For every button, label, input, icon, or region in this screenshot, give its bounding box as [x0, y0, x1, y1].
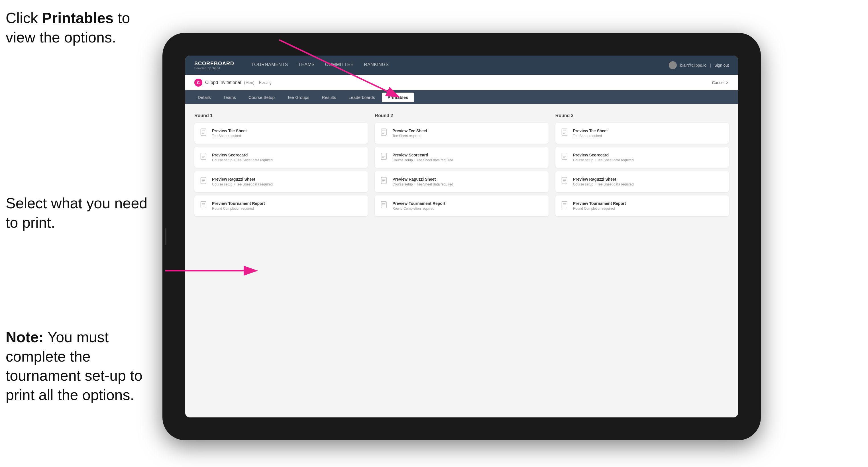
- round-1-title: Round 1: [194, 113, 368, 118]
- tee-sheet-icon-r1: [200, 128, 208, 137]
- nav-rankings[interactable]: RANKINGS: [364, 62, 389, 68]
- nav-links: TOURNAMENTS TEAMS COMMITTEE RANKINGS: [251, 62, 657, 68]
- tournament-title: Clippd Invitational: [205, 80, 241, 85]
- round-1-tee-sheet-title: Preview Tee Sheet: [212, 128, 247, 133]
- round-2-raguzzi-title: Preview Raguzzi Sheet: [393, 177, 453, 182]
- report-icon-r3: [561, 201, 569, 210]
- top-nav: SCOREBOARD Powered by clippd TOURNAMENTS…: [185, 56, 738, 75]
- report-icon-r1: [200, 201, 208, 210]
- main-content: Round 1 Preview Tee Sheet Tee Sheet requ…: [185, 104, 738, 229]
- round-2-report-content: Preview Tournament Report Round Completi…: [393, 201, 445, 211]
- round-2-tee-sheet-content: Preview Tee Sheet Tee Sheet required: [393, 128, 427, 138]
- round-1-section: Round 1 Preview Tee Sheet Tee Sheet requ…: [194, 113, 368, 220]
- round-3-tournament-report[interactable]: Preview Tournament Report Round Completi…: [555, 195, 729, 216]
- tab-course-setup[interactable]: Course Setup: [243, 93, 280, 102]
- tournament-name: C Clippd Invitational (Men) Hosting: [194, 79, 712, 87]
- round-2-report-title: Preview Tournament Report: [393, 201, 445, 206]
- round-2-scorecard[interactable]: Preview Scorecard Course setup + Tee She…: [375, 147, 548, 168]
- round-1-tee-sheet-content: Preview Tee Sheet Tee Sheet required: [212, 128, 247, 138]
- round-3-report-sub: Round Completion required: [573, 207, 626, 211]
- instruction-top: Click Printables to view the options.: [6, 8, 154, 47]
- round-1-report-title: Preview Tournament Report: [212, 201, 265, 206]
- nav-tournaments[interactable]: TOURNAMENTS: [251, 62, 288, 68]
- round-3-scorecard[interactable]: Preview Scorecard Course setup + Tee She…: [555, 147, 729, 168]
- round-3-scorecard-sub: Course setup + Tee Sheet data required: [573, 158, 634, 162]
- round-1-scorecard[interactable]: Preview Scorecard Course setup + Tee She…: [194, 147, 368, 168]
- round-1-tee-sheet-sub: Tee Sheet required: [212, 134, 247, 138]
- tablet-screen: SCOREBOARD Powered by clippd TOURNAMENTS…: [185, 56, 738, 417]
- round-3-report-content: Preview Tournament Report Round Completi…: [573, 201, 626, 211]
- round-2-raguzzi-content: Preview Raguzzi Sheet Course setup + Tee…: [393, 177, 453, 186]
- round-3-scorecard-content: Preview Scorecard Course setup + Tee She…: [573, 153, 634, 162]
- tab-printables[interactable]: Printables: [382, 93, 414, 102]
- round-1-tee-sheet[interactable]: Preview Tee Sheet Tee Sheet required: [194, 123, 368, 144]
- raguzzi-icon-r1: [200, 177, 208, 186]
- tab-results[interactable]: Results: [316, 93, 342, 102]
- scoreboard-title: SCOREBOARD: [194, 61, 234, 67]
- round-3-title: Round 3: [555, 113, 729, 118]
- round-2-section: Round 2 Preview Tee Sheet Tee Sheet requ…: [375, 113, 548, 220]
- hosting-badge: Hosting: [259, 80, 272, 85]
- report-icon-r2: [380, 201, 389, 210]
- sign-out[interactable]: Sign out: [714, 63, 729, 67]
- tablet: SCOREBOARD Powered by clippd TOURNAMENTS…: [162, 33, 761, 440]
- raguzzi-icon-r2: [380, 177, 389, 186]
- printables-bold: Printables: [42, 10, 114, 26]
- tee-sheet-icon-r2: [380, 128, 389, 137]
- tablet-side-button: [165, 228, 166, 245]
- user-email: blair@clippd.io: [680, 63, 706, 67]
- nav-committee[interactable]: COMMITTEE: [325, 62, 354, 68]
- round-2-scorecard-title: Preview Scorecard: [393, 153, 453, 157]
- scorecard-icon-r2: [380, 153, 389, 162]
- sub-header: C Clippd Invitational (Men) Hosting Canc…: [185, 75, 738, 90]
- scoreboard-logo: SCOREBOARD Powered by clippd: [194, 61, 234, 70]
- round-2-raguzzi[interactable]: Preview Raguzzi Sheet Course setup + Tee…: [375, 171, 548, 192]
- round-2-scorecard-sub: Course setup + Tee Sheet data required: [393, 158, 453, 162]
- tournament-logo: C: [194, 79, 202, 87]
- instruction-middle: Select what you need to print.: [6, 194, 154, 232]
- round-3-tee-sheet-title: Preview Tee Sheet: [573, 128, 608, 133]
- top-nav-right: blair@clippd.io | Sign out: [669, 61, 729, 69]
- round-2-tee-sheet-title: Preview Tee Sheet: [393, 128, 427, 133]
- round-2-scorecard-content: Preview Scorecard Course setup + Tee She…: [393, 153, 453, 162]
- round-1-report-sub: Round Completion required: [212, 207, 265, 211]
- round-3-raguzzi-title: Preview Raguzzi Sheet: [573, 177, 634, 182]
- round-3-tee-sheet-sub: Tee Sheet required: [573, 134, 608, 138]
- round-1-scorecard-title: Preview Scorecard: [212, 153, 273, 157]
- round-1-raguzzi[interactable]: Preview Raguzzi Sheet Course setup + Tee…: [194, 171, 368, 192]
- round-1-scorecard-content: Preview Scorecard Course setup + Tee She…: [212, 153, 273, 162]
- round-2-report-sub: Round Completion required: [393, 207, 445, 211]
- tee-sheet-icon-r3: [561, 128, 569, 137]
- round-3-raguzzi-content: Preview Raguzzi Sheet Course setup + Tee…: [573, 177, 634, 186]
- separator: |: [710, 63, 711, 67]
- round-2-title: Round 2: [375, 113, 548, 118]
- round-3-scorecard-title: Preview Scorecard: [573, 153, 634, 157]
- tab-teams[interactable]: Teams: [218, 93, 242, 102]
- scorecard-icon-r3: [561, 153, 569, 162]
- instruction-bottom: Note: You must complete the tournament s…: [6, 328, 165, 405]
- round-3-raguzzi-sub: Course setup + Tee Sheet data required: [573, 182, 634, 186]
- round-3-tee-sheet[interactable]: Preview Tee Sheet Tee Sheet required: [555, 123, 729, 144]
- round-2-tournament-report[interactable]: Preview Tournament Report Round Completi…: [375, 195, 548, 216]
- nav-teams[interactable]: TEAMS: [298, 62, 315, 68]
- cancel-button[interactable]: Cancel ✕: [712, 80, 729, 85]
- round-2-tee-sheet[interactable]: Preview Tee Sheet Tee Sheet required: [375, 123, 548, 144]
- note-bold: Note:: [6, 329, 43, 345]
- round-1-scorecard-sub: Course setup + Tee Sheet data required: [212, 158, 273, 162]
- raguzzi-icon-r3: [561, 177, 569, 186]
- round-2-tee-sheet-sub: Tee Sheet required: [393, 134, 427, 138]
- round-3-report-title: Preview Tournament Report: [573, 201, 626, 206]
- tournament-category: (Men): [244, 80, 254, 85]
- round-1-tournament-report[interactable]: Preview Tournament Report Round Completi…: [194, 195, 368, 216]
- round-1-raguzzi-title: Preview Raguzzi Sheet: [212, 177, 273, 182]
- round-3-raguzzi[interactable]: Preview Raguzzi Sheet Course setup + Tee…: [555, 171, 729, 192]
- round-1-raguzzi-content: Preview Raguzzi Sheet Course setup + Tee…: [212, 177, 273, 186]
- round-3-section: Round 3 Preview Tee Sheet Tee Sheet requ…: [555, 113, 729, 220]
- scoreboard-sub: Powered by clippd: [194, 67, 234, 70]
- round-3-tee-sheet-content: Preview Tee Sheet Tee Sheet required: [573, 128, 608, 138]
- tab-tee-groups[interactable]: Tee Groups: [282, 93, 315, 102]
- tab-details[interactable]: Details: [192, 93, 217, 102]
- round-1-report-content: Preview Tournament Report Round Completi…: [212, 201, 265, 211]
- tab-leaderboards[interactable]: Leaderboards: [343, 93, 381, 102]
- round-1-raguzzi-sub: Course setup + Tee Sheet data required: [212, 182, 273, 186]
